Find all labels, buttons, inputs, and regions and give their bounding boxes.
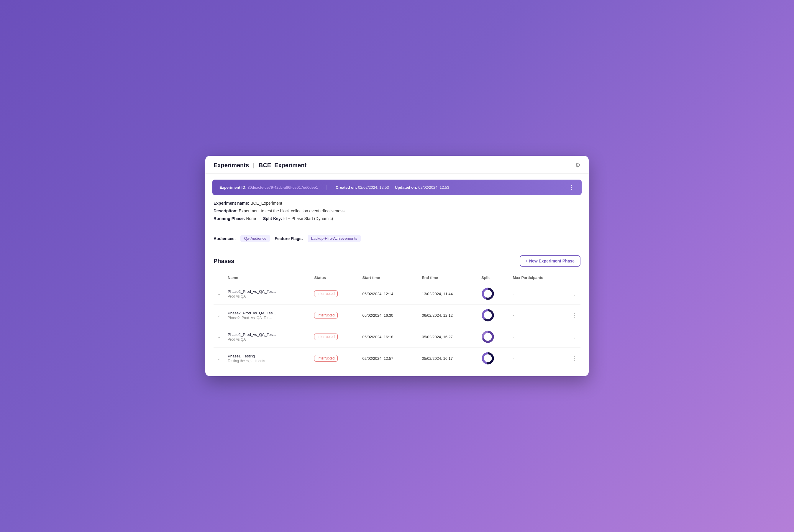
phase-name: Phase2_Prod_vs_QA_Tes... (228, 332, 307, 337)
running-phase-label: Running Phase: (213, 216, 245, 221)
phase-subtitle: Prod vs QA (228, 294, 307, 299)
split-key-section: Split Key: Id + Phase Start (Dynamic) (263, 216, 333, 221)
phase-subtitle: Phase2_Prod_vs_QA_Tes... (228, 316, 307, 320)
donut-svg (481, 352, 494, 365)
status-cell: Interrupted (310, 348, 359, 369)
split-donut (481, 287, 494, 300)
description-label: Description: (213, 209, 238, 213)
table-row: ⌄ Phase2_Prod_vs_QA_Tes... Phase2_Prod_v… (213, 305, 581, 326)
end-time-cell: 13/02/2024, 11:44 (418, 283, 478, 305)
status-badge: Interrupted (314, 355, 338, 362)
name-cell: Phase2_Prod_vs_QA_Tes... Prod vs QA (224, 283, 310, 305)
split-donut (481, 330, 494, 343)
donut-svg (481, 309, 494, 322)
running-phase-section: Running Phase: None (213, 216, 256, 221)
more-cell: ⋮ (568, 305, 581, 326)
split-cell (478, 326, 509, 348)
split-cell (478, 305, 509, 326)
more-cell: ⋮ (568, 348, 581, 369)
col-max-participants: Max Participants (509, 272, 568, 283)
banner-more-icon[interactable]: ⋮ (569, 184, 574, 191)
audience-tag[interactable]: Qa-Audience (240, 235, 270, 242)
experiment-details: Experiment name: BCE_Experiment Descript… (205, 195, 589, 230)
experiment-name-title: BCE_Experiment (259, 162, 306, 168)
row-more-icon[interactable]: ⋮ (572, 355, 577, 361)
settings-icon[interactable]: ⚙ (575, 162, 581, 169)
description-row: Description: Experiment to test the bloc… (213, 209, 581, 213)
running-phase-value: None (246, 216, 256, 221)
feature-flags-label: Feature Flags: (275, 236, 303, 241)
end-time-cell: 05/02/2024, 16:17 (418, 348, 478, 369)
table-header: Name Status Start time End time Split Ma… (213, 272, 581, 283)
page-header: Experiments | BCE_Experiment ⚙ (205, 156, 589, 174)
phase-name: Phase2_Prod_vs_QA_Tes... (228, 289, 307, 294)
col-split: Split (478, 272, 509, 283)
donut-svg (481, 287, 494, 300)
name-value: BCE_Experiment (250, 201, 282, 206)
split-donut (481, 352, 494, 365)
audiences-label: Audiences: (213, 236, 236, 241)
page-title: Experiments | BCE_Experiment (213, 162, 306, 169)
more-cell: ⋮ (568, 326, 581, 348)
row-more-icon[interactable]: ⋮ (572, 334, 577, 340)
main-container: Experiments | BCE_Experiment ⚙ Experimen… (205, 156, 589, 376)
phase-split-row: Running Phase: None Split Key: Id + Phas… (213, 216, 581, 221)
expand-cell: ⌄ (213, 348, 224, 369)
split-key-label: Split Key: (263, 216, 282, 221)
col-status: Status (310, 272, 359, 283)
phases-table: Name Status Start time End time Split Ma… (213, 272, 581, 369)
name-cell: Phase2_Prod_vs_QA_Tes... Prod vs QA (224, 326, 310, 348)
start-time-cell: 05/02/2024, 16:30 (359, 305, 418, 326)
start-time-cell: 06/02/2024, 12:14 (359, 283, 418, 305)
status-cell: Interrupted (310, 326, 359, 348)
end-time-cell: 06/02/2024, 12:12 (418, 305, 478, 326)
phase-subtitle: Testing the experiments (228, 359, 307, 363)
name-row: Experiment name: BCE_Experiment (213, 201, 581, 206)
col-end-time: End time (418, 272, 478, 283)
status-cell: Interrupted (310, 283, 359, 305)
max-participants-cell: - (509, 283, 568, 305)
status-badge: Interrupted (314, 312, 338, 319)
phase-name: Phase1_Testing (228, 354, 307, 358)
status-cell: Interrupted (310, 305, 359, 326)
table-row: ⌄ Phase2_Prod_vs_QA_Tes... Prod vs QA In… (213, 283, 581, 305)
col-expand (213, 272, 224, 283)
phase-subtitle: Prod vs QA (228, 337, 307, 342)
phases-tbody: ⌄ Phase2_Prod_vs_QA_Tes... Prod vs QA In… (213, 283, 581, 369)
max-participants-cell: - (509, 305, 568, 326)
name-label: Experiment name: (213, 201, 249, 206)
updated-section: Updated on: 02/02/2024, 12:53 (395, 185, 449, 190)
audiences-row: Audiences: Qa-Audience Feature Flags: ba… (205, 230, 589, 248)
split-key-value: Id + Phase Start (Dynamic) (283, 216, 333, 221)
expand-cell: ⌄ (213, 283, 224, 305)
table-row: ⌄ Phase1_Testing Testing the experiments… (213, 348, 581, 369)
start-time-cell: 05/02/2024, 16:18 (359, 326, 418, 348)
row-more-icon[interactable]: ⋮ (572, 312, 577, 318)
table-row: ⌄ Phase2_Prod_vs_QA_Tes... Prod vs QA In… (213, 326, 581, 348)
expand-icon[interactable]: ⌄ (217, 313, 221, 318)
description-value: Experiment to test the block collection … (239, 209, 346, 213)
new-experiment-phase-button[interactable]: + New Experiment Phase (520, 255, 581, 267)
col-start-time: Start time (359, 272, 418, 283)
start-time-cell: 02/02/2024, 12:57 (359, 348, 418, 369)
col-actions (568, 272, 581, 283)
expand-icon[interactable]: ⌄ (217, 356, 221, 361)
expand-cell: ⌄ (213, 326, 224, 348)
status-badge: Interrupted (314, 334, 338, 340)
experiment-banner: Experiment ID: 30deacfe-ce79-42dc-a86f-c… (212, 179, 582, 195)
banner-divider: | (326, 185, 327, 190)
separator: | (253, 162, 256, 168)
feature-flag-tag[interactable]: backup-Hiro-Achievements (308, 235, 361, 242)
expand-icon[interactable]: ⌄ (217, 335, 221, 339)
max-participants-cell: - (509, 326, 568, 348)
name-cell: Phase1_Testing Testing the experiments (224, 348, 310, 369)
col-name: Name (224, 272, 310, 283)
row-more-icon[interactable]: ⋮ (572, 291, 577, 297)
created-section: Created on: 02/02/2024, 12:53 (336, 185, 389, 190)
expand-icon[interactable]: ⌄ (217, 291, 221, 296)
donut-svg (481, 330, 494, 343)
phases-section: Phases + New Experiment Phase Name Statu… (205, 248, 589, 376)
more-cell: ⋮ (568, 283, 581, 305)
breadcrumb-experiments[interactable]: Experiments (213, 162, 249, 168)
split-cell (478, 283, 509, 305)
